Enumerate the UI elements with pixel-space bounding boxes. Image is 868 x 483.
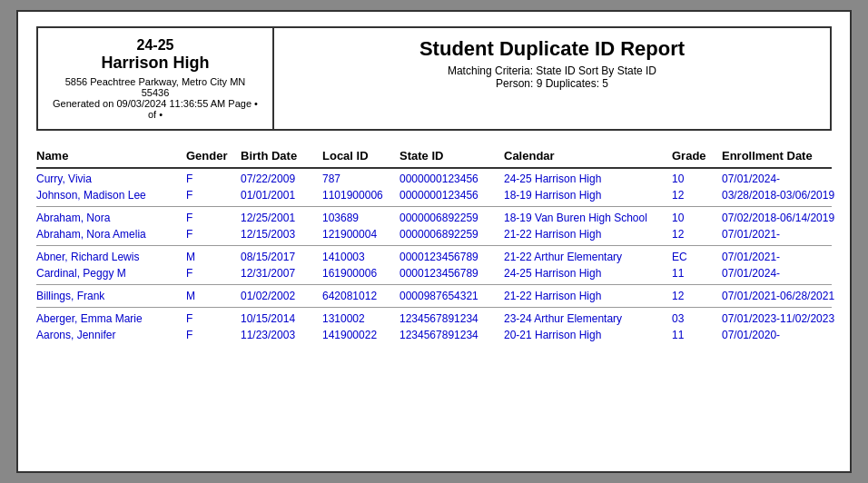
cell-state_id: 0000000123456 xyxy=(399,172,504,186)
cell-birth_date: 08/15/2017 xyxy=(241,250,322,264)
cell-name: Abner, Richard Lewis xyxy=(36,250,186,264)
cell-enrollment_date: 07/01/2024- xyxy=(722,172,840,186)
cell-enrollment_date: 03/28/2018-03/06/2019 xyxy=(722,188,840,202)
cell-calendar: 21-22 Harrison High xyxy=(504,289,672,303)
group-divider xyxy=(36,206,832,207)
cell-gender: F xyxy=(186,266,241,281)
cell-state_id: 1234567891234 xyxy=(399,328,504,342)
cell-birth_date: 11/23/2003 xyxy=(241,328,322,342)
cell-grade: 12 xyxy=(672,227,722,242)
cell-birth_date: 12/25/2001 xyxy=(241,211,322,225)
cell-birth_date: 10/15/2014 xyxy=(241,311,322,326)
cell-state_id: 0000123456789 xyxy=(399,250,504,264)
cell-state_id: 0000987654321 xyxy=(399,289,504,303)
cell-birth_date: 12/31/2007 xyxy=(241,266,322,281)
table-row: Aberger, Emma MarieF10/15/20141310002123… xyxy=(36,310,832,327)
cell-state_id: 0000006892259 xyxy=(399,227,504,242)
cell-enrollment_date: 07/02/2018-06/14/2019 xyxy=(722,211,840,225)
cell-name: Abraham, Nora Amelia xyxy=(36,227,186,242)
col-gender: Gender xyxy=(186,147,241,164)
cell-calendar: 18-19 Harrison High xyxy=(504,188,672,202)
cell-birth_date: 12/15/2003 xyxy=(241,227,322,242)
school-name: Harrison High xyxy=(51,54,260,73)
cell-calendar: 24-25 Harrison High xyxy=(504,172,672,186)
table-row: Abner, Richard LewisM08/15/2017141000300… xyxy=(36,249,832,265)
cell-calendar: 18-19 Van Buren High School xyxy=(504,211,672,225)
cell-enrollment_date: 07/01/2024- xyxy=(722,266,840,281)
group-divider xyxy=(36,245,832,246)
cell-grade: 03 xyxy=(672,311,722,326)
cell-calendar: 21-22 Arthur Elementary xyxy=(504,250,672,264)
cell-calendar: 24-25 Harrison High xyxy=(504,266,672,281)
group-divider xyxy=(36,284,832,285)
cell-enrollment_date: 07/01/2021- xyxy=(722,227,840,242)
col-local-id: Local ID xyxy=(322,147,399,164)
group-divider xyxy=(36,307,832,308)
cell-local_id: 642081012 xyxy=(322,289,399,303)
cell-gender: F xyxy=(186,227,241,242)
report-title-area: Student Duplicate ID Report Matching Cri… xyxy=(274,28,830,129)
cell-gender: F xyxy=(186,328,241,342)
table-row: Johnson, Madison LeeF01/01/2001110190000… xyxy=(36,187,832,203)
cell-gender: F xyxy=(186,188,241,202)
cell-grade: 10 xyxy=(672,211,722,225)
col-enrollment-date: Enrollment Date xyxy=(722,147,840,164)
col-birth-date: Birth Date xyxy=(241,147,322,164)
cell-local_id: 141900022 xyxy=(322,328,399,342)
criteria-line1: Matching Criteria: State ID Sort By Stat… xyxy=(289,64,815,77)
cell-local_id: 121900004 xyxy=(322,227,399,242)
cell-grade: 11 xyxy=(672,266,722,281)
table-row: Abraham, Nora AmeliaF12/15/2003121900004… xyxy=(36,226,832,242)
cell-enrollment_date: 07/01/2021- xyxy=(722,250,840,264)
cell-name: Cardinal, Peggy M xyxy=(36,266,186,281)
cell-enrollment_date: 07/01/2023-11/02/2023 xyxy=(722,311,840,326)
table-body: Curry, ViviaF07/22/200978700000001234562… xyxy=(36,171,832,343)
cell-local_id: 1310002 xyxy=(322,311,399,326)
cell-local_id: 1410003 xyxy=(322,250,399,264)
data-table: Name Gender Birth Date Local ID State ID… xyxy=(36,147,832,343)
cell-local_id: 161900006 xyxy=(322,266,399,281)
cell-gender: M xyxy=(186,289,241,303)
cell-grade: 12 xyxy=(672,289,722,303)
cell-name: Aarons, Jennifer xyxy=(36,328,186,342)
cell-calendar: 23-24 Arthur Elementary xyxy=(504,311,672,326)
cell-local_id: 103689 xyxy=(322,211,399,225)
cell-grade: EC xyxy=(672,250,722,264)
criteria-line2: Person: 9 Duplicates: 5 xyxy=(289,77,815,90)
cell-local_id: 1101900006 xyxy=(322,188,399,202)
cell-calendar: 21-22 Harrison High xyxy=(504,227,672,242)
cell-name: Johnson, Madison Lee xyxy=(36,188,186,202)
table-row: Abraham, NoraF12/25/20011036890000006892… xyxy=(36,210,832,226)
cell-state_id: 0000123456789 xyxy=(399,266,504,281)
cell-state_id: 1234567891234 xyxy=(399,311,504,326)
table-row: Aarons, JenniferF11/23/20031419000221234… xyxy=(36,327,832,343)
report-title: Student Duplicate ID Report xyxy=(289,37,815,61)
cell-name: Aberger, Emma Marie xyxy=(36,311,186,326)
cell-state_id: 0000000123456 xyxy=(399,188,504,202)
cell-enrollment_date: 07/01/2020- xyxy=(722,328,840,342)
cell-calendar: 20-21 Harrison High xyxy=(504,328,672,342)
cell-birth_date: 07/22/2009 xyxy=(241,172,322,186)
report-page: 24-25 Harrison High 5856 Peachtree Parkw… xyxy=(16,10,852,473)
cell-name: Curry, Vivia xyxy=(36,172,186,186)
cell-enrollment_date: 07/01/2021-06/28/2021 xyxy=(722,289,840,303)
table-row: Curry, ViviaF07/22/200978700000001234562… xyxy=(36,171,832,187)
cell-grade: 11 xyxy=(672,328,722,342)
cell-gender: F xyxy=(186,211,241,225)
col-state-id: State ID xyxy=(399,147,504,164)
table-row: Billings, FrankM01/02/200264208101200009… xyxy=(36,288,832,304)
cell-name: Billings, Frank xyxy=(36,289,186,303)
cell-gender: F xyxy=(186,311,241,326)
school-info: 24-25 Harrison High 5856 Peachtree Parkw… xyxy=(38,28,274,129)
cell-birth_date: 01/02/2002 xyxy=(241,289,322,303)
school-year: 24-25 xyxy=(51,37,260,54)
column-headers: Name Gender Birth Date Local ID State ID… xyxy=(36,147,832,169)
report-header: 24-25 Harrison High 5856 Peachtree Parkw… xyxy=(36,26,832,131)
cell-name: Abraham, Nora xyxy=(36,211,186,225)
cell-state_id: 0000006892259 xyxy=(399,211,504,225)
col-calendar: Calendar xyxy=(504,147,672,164)
cell-birth_date: 01/01/2001 xyxy=(241,188,322,202)
col-name: Name xyxy=(36,147,186,164)
cell-local_id: 787 xyxy=(322,172,399,186)
generated-info: Generated on 09/03/2024 11:36:55 AM Page… xyxy=(51,98,260,120)
